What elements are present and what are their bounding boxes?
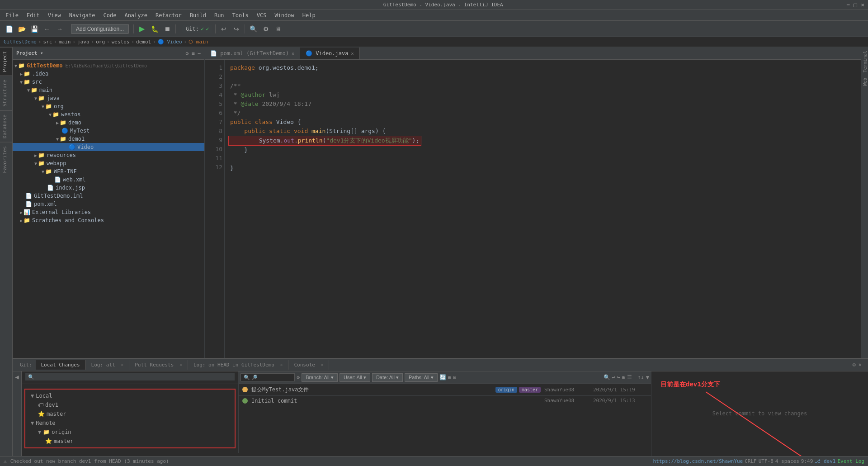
user-filter-btn[interactable]: User: All ▾ xyxy=(340,373,370,382)
breadcrumb-src[interactable]: src xyxy=(43,39,52,45)
right-tab-web[interactable]: Web xyxy=(862,76,868,88)
commits-sort-icon[interactable]: ↑↓ xyxy=(637,374,644,380)
toolbar-redo-btn[interactable]: ↪ xyxy=(231,24,242,34)
branch-master-local[interactable]: ⭐ master xyxy=(27,409,233,418)
toolbar-terminal-btn[interactable]: 🖥 xyxy=(273,24,284,34)
commits-collapse-icon[interactable]: ⊟ xyxy=(453,374,456,380)
close-btn[interactable]: × xyxy=(861,1,864,8)
commit-row-2[interactable]: Initial commit ShawnYue08 2020/9/1 15:13 xyxy=(239,396,651,406)
menu-navigate[interactable]: Navigate xyxy=(66,11,99,19)
toolbar-open-btn[interactable]: 📂 xyxy=(16,24,27,34)
tree-demo[interactable]: ▶ 📁 demo xyxy=(13,119,204,127)
commits-search-input[interactable] xyxy=(241,373,295,381)
tree-ext-libs[interactable]: ▶ 📊 External Libraries xyxy=(13,208,204,216)
menu-refactor[interactable]: Refactor xyxy=(152,11,185,19)
branch-local-section[interactable]: ▼ Local xyxy=(27,391,233,400)
bottom-tab-pr-close[interactable]: × xyxy=(179,362,182,367)
breadcrumb-demo1[interactable]: demo1 xyxy=(136,39,151,45)
bottom-close-icon[interactable]: × xyxy=(856,361,864,368)
branch-filter-btn[interactable]: Branch: All ▾ xyxy=(302,373,338,382)
breadcrumb-westos[interactable]: westos xyxy=(112,39,130,45)
menu-window[interactable]: Window xyxy=(271,11,297,19)
stop-button[interactable]: ⏹ xyxy=(162,24,173,34)
bottom-tab-console[interactable]: Console × xyxy=(288,360,329,370)
date-filter-btn[interactable]: Date: All ▾ xyxy=(372,373,403,382)
breadcrumb-org[interactable]: org xyxy=(96,39,105,45)
refresh-commits-icon[interactable]: 🔄 xyxy=(439,374,446,380)
toolbar-forward-btn[interactable]: → xyxy=(54,24,65,34)
breadcrumb-gitdemo[interactable]: GitTestDemo xyxy=(4,39,37,45)
branch-dev1[interactable]: 🏷 dev1 xyxy=(27,400,233,409)
run-button[interactable]: ▶ xyxy=(137,24,147,34)
tree-video[interactable]: 🔵 Video xyxy=(13,143,204,151)
tree-pomxml[interactable]: 📄 pom.xml xyxy=(13,200,204,208)
bottom-tab-log-all[interactable]: Log: all × xyxy=(86,360,130,370)
bottom-tab-log-head-close[interactable]: × xyxy=(280,362,283,367)
menu-file[interactable]: File xyxy=(2,11,22,19)
bottom-tab-log-head[interactable]: Log: on HEAD in GitTestDemo × xyxy=(188,360,288,370)
vert-tab-structure[interactable]: Structure xyxy=(0,76,12,110)
commits-redo-icon[interactable]: ↪ xyxy=(617,374,620,380)
breadcrumb-video[interactable]: 🔵 Video xyxy=(158,39,182,45)
tree-root[interactable]: ▼ 📁 GitTestDemo E:\XiBuKaiYuan\Git\GitTe… xyxy=(13,62,204,70)
vert-tab-database[interactable]: Database xyxy=(0,110,12,142)
breadcrumb-main[interactable]: main xyxy=(59,39,71,45)
tab-pomxml-close[interactable]: × xyxy=(292,51,294,56)
paths-filter-btn[interactable]: Paths: All ▾ xyxy=(405,373,438,382)
tab-pomxml[interactable]: 📄 pom.xml (GitTestDemo) × xyxy=(205,48,300,59)
collapse-left-btn[interactable]: ◀ xyxy=(15,373,19,380)
tree-webxml[interactable]: 📄 web.xml xyxy=(13,176,204,184)
toolbar-settings-btn[interactable]: ⚙ xyxy=(260,24,271,34)
commits-undo-icon[interactable]: ↩ xyxy=(612,374,615,380)
toolbar-search-btn[interactable]: 🔍 xyxy=(248,24,259,34)
toolbar-back-btn[interactable]: ← xyxy=(42,24,52,34)
bottom-tab-local-changes[interactable]: Local Changes xyxy=(36,360,86,370)
commits-settings-icon[interactable]: ⚙ xyxy=(297,374,300,380)
status-crlf[interactable]: CRLF xyxy=(745,458,757,464)
status-url[interactable]: https://blog.csdn.net/ShawnYue xyxy=(653,458,743,464)
tree-webinf[interactable]: ▼ 📁 WEB-INF xyxy=(13,167,204,176)
bottom-settings-icon[interactable]: ⚙ xyxy=(853,361,856,368)
branch-master-remote[interactable]: ⭐ master xyxy=(27,437,233,446)
menu-code[interactable]: Code xyxy=(100,11,120,19)
tree-demo1[interactable]: ▼ 📁 demo1 xyxy=(13,135,204,143)
menu-analyze[interactable]: Analyze xyxy=(121,11,151,19)
event-log-btn[interactable]: Event Log xyxy=(837,458,864,464)
menu-edit[interactable]: Edit xyxy=(23,11,43,19)
menu-view[interactable]: View xyxy=(44,11,65,19)
commits-filter2-icon[interactable]: ▼ xyxy=(646,374,649,380)
commit-row-1[interactable]: 提交MyTest.java文件 origin master ShawnYue08… xyxy=(239,384,651,396)
project-collapse-icon[interactable]: − xyxy=(198,50,201,57)
tree-main[interactable]: ▼ 📁 main xyxy=(13,86,204,94)
window-controls[interactable]: − □ × xyxy=(847,1,864,8)
toolbar-undo-btn[interactable]: ↩ xyxy=(218,24,229,34)
menu-run[interactable]: Run xyxy=(211,11,228,19)
tree-mytest[interactable]: 🔵 MyTest xyxy=(13,127,204,135)
tree-scratches[interactable]: ▶ 📁 Scratches and Consoles xyxy=(13,216,204,224)
commits-expand-icon[interactable]: ⊞ xyxy=(448,374,451,380)
menu-help[interactable]: Help xyxy=(299,11,319,19)
code-content[interactable]: package org.westos.demo1; /** * @author … xyxy=(225,60,861,358)
tree-idea[interactable]: ▶ 📁 .idea xyxy=(13,70,204,78)
menu-tools[interactable]: Tools xyxy=(229,11,252,19)
add-configuration-button[interactable]: Add Configuration... xyxy=(71,24,129,34)
tree-webapp[interactable]: ▼ 📁 webapp xyxy=(13,159,204,167)
vert-tab-project[interactable]: Project xyxy=(0,47,12,76)
bottom-tab-console-close[interactable]: × xyxy=(321,362,323,367)
tab-videojava[interactable]: 🔵 Video.java × xyxy=(300,48,360,59)
project-gear-icon[interactable]: ≡ xyxy=(192,50,195,57)
tree-westos[interactable]: ▼ 📁 westos xyxy=(13,110,204,119)
right-tab-terminal[interactable]: Terminal xyxy=(862,49,868,74)
toolbar-new-btn[interactable]: 📄 xyxy=(4,24,14,34)
branch-origin-folder[interactable]: ▼ 📁 origin xyxy=(27,428,233,437)
tree-src[interactable]: ▼ 📁 src xyxy=(13,78,204,86)
tree-org[interactable]: ▼ 📁 org xyxy=(13,102,204,110)
bottom-tab-pull-requests[interactable]: Pull Requests × xyxy=(129,360,188,370)
tree-indexjsp[interactable]: 📄 index.jsp xyxy=(13,184,204,192)
breadcrumb-java[interactable]: java xyxy=(77,39,90,45)
maximize-btn[interactable]: □ xyxy=(854,1,857,8)
toolbar-save-btn[interactable]: 💾 xyxy=(29,24,40,34)
commits-list-icon[interactable]: ☰ xyxy=(627,374,632,380)
vert-tab-favorites[interactable]: Favorites xyxy=(0,142,12,177)
tree-resources[interactable]: ▶ 📁 resources xyxy=(13,151,204,159)
